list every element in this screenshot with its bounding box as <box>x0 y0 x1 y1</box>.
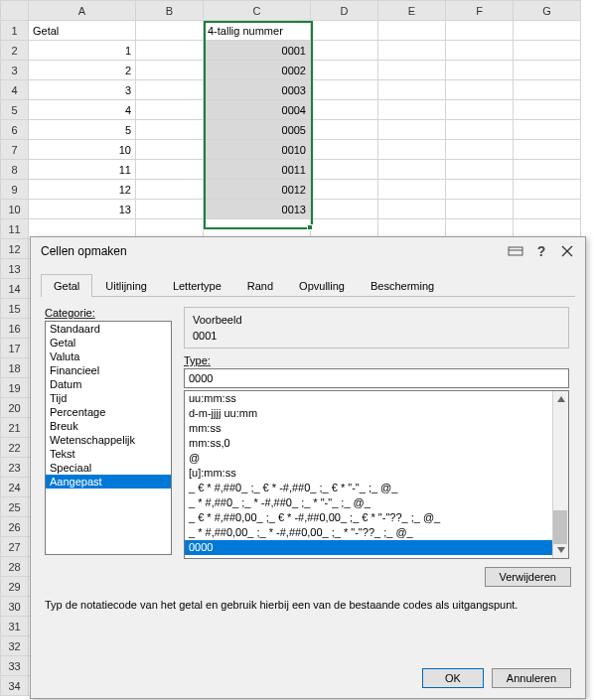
cell[interactable] <box>514 200 581 219</box>
format-item[interactable]: _ * #,##0,00_ ;_ * -#,##0,00_ ;_ * "-"??… <box>185 525 552 540</box>
cell[interactable]: 11 <box>29 160 136 180</box>
row-header[interactable]: 33 <box>1 656 29 676</box>
cell[interactable]: 0010 <box>204 140 311 160</box>
row-header[interactable]: 32 <box>1 636 29 656</box>
cell[interactable] <box>514 100 581 120</box>
cell[interactable] <box>311 200 378 219</box>
cell[interactable] <box>136 61 204 80</box>
cell[interactable] <box>311 61 378 80</box>
format-listbox[interactable]: uu:mm:ssd-m-jjjj uu:mmmm:ssmm:ss,0@[u]:m… <box>184 390 569 559</box>
cell[interactable] <box>136 21 204 41</box>
row-header[interactable]: 9 <box>1 180 29 200</box>
format-item[interactable]: mm:ss <box>185 421 552 436</box>
format-scrollbar[interactable] <box>552 391 568 558</box>
dialog-titlebar[interactable]: Cellen opmaken ? <box>31 237 585 265</box>
scroll-up-icon[interactable] <box>553 391 568 407</box>
row-header[interactable]: 14 <box>1 279 29 299</box>
cell[interactable] <box>446 140 514 160</box>
cell[interactable] <box>378 100 446 120</box>
cell[interactable] <box>311 80 378 100</box>
format-item[interactable]: uu:mm:ss <box>185 391 552 406</box>
category-item[interactable]: Breuk <box>46 419 171 433</box>
cell[interactable]: 0013 <box>204 200 311 219</box>
cell[interactable]: 0001 <box>204 41 311 61</box>
help-button[interactable]: ? <box>529 241 553 261</box>
cell[interactable] <box>446 80 514 100</box>
row-header[interactable]: 28 <box>1 557 29 577</box>
cancel-button[interactable]: Annuleren <box>492 668 571 688</box>
cell[interactable] <box>311 160 378 180</box>
cell[interactable]: 13 <box>29 200 136 219</box>
row-header[interactable]: 6 <box>1 120 29 140</box>
col-header-A[interactable]: A <box>29 1 136 21</box>
row-header[interactable]: 19 <box>1 378 29 398</box>
fill-handle[interactable] <box>307 224 313 230</box>
cell[interactable] <box>446 41 514 61</box>
cell[interactable] <box>378 200 446 219</box>
tab-rand[interactable]: Rand <box>234 274 286 297</box>
cell[interactable]: 0003 <box>204 80 311 100</box>
cell[interactable] <box>378 61 446 80</box>
category-item[interactable]: Valuta <box>46 350 171 363</box>
row-header[interactable]: 22 <box>1 438 29 458</box>
format-item[interactable]: [u]:mm:ss <box>185 466 552 481</box>
row-header[interactable]: 2 <box>1 41 29 61</box>
tab-bescherming[interactable]: Bescherming <box>358 274 447 297</box>
cell[interactable] <box>514 120 581 140</box>
cell[interactable]: 12 <box>29 180 136 200</box>
cell[interactable] <box>136 120 204 140</box>
cell[interactable]: 0011 <box>204 160 311 180</box>
cell[interactable] <box>378 160 446 180</box>
cell[interactable]: 3 <box>29 80 136 100</box>
cell[interactable] <box>514 80 581 100</box>
col-header-D[interactable]: D <box>311 1 378 21</box>
cell[interactable]: Getal <box>29 21 136 41</box>
category-item[interactable]: Getal <box>46 336 171 350</box>
format-item[interactable]: _ € * #,##0,00_ ;_ € * -#,##0,00_ ;_ € *… <box>185 510 552 525</box>
format-item[interactable]: 0000 <box>185 540 552 555</box>
row-header[interactable]: 11 <box>1 219 29 239</box>
format-item[interactable]: _ * #,##0_ ;_ * -#,##0_ ;_ * "-"_ ;_ @_ <box>185 495 552 510</box>
row-header[interactable]: 4 <box>1 80 29 100</box>
row-header[interactable]: 3 <box>1 61 29 80</box>
row-header[interactable]: 1 <box>1 21 29 41</box>
row-header[interactable]: 29 <box>1 577 29 597</box>
row-header[interactable]: 27 <box>1 537 29 557</box>
scroll-down-icon[interactable] <box>553 542 568 558</box>
cell[interactable] <box>446 180 514 200</box>
cell[interactable] <box>136 41 204 61</box>
cell[interactable] <box>136 160 204 180</box>
cell[interactable] <box>311 140 378 160</box>
cell[interactable] <box>136 100 204 120</box>
row-header[interactable]: 8 <box>1 160 29 180</box>
tab-uitlijning[interactable]: Uitlijning <box>92 274 160 297</box>
cell[interactable] <box>514 21 581 41</box>
close-button[interactable] <box>555 241 579 261</box>
cell[interactable] <box>514 160 581 180</box>
cell[interactable] <box>136 180 204 200</box>
col-header-E[interactable]: E <box>378 1 446 21</box>
cell[interactable]: 1 <box>29 41 136 61</box>
tab-lettertype[interactable]: Lettertype <box>160 274 234 297</box>
col-header-G[interactable]: G <box>514 1 581 21</box>
category-item[interactable]: Wetenschappelijk <box>46 433 171 447</box>
category-item[interactable]: Tekst <box>46 447 171 461</box>
row-header[interactable]: 20 <box>1 398 29 418</box>
row-header[interactable]: 13 <box>1 259 29 279</box>
format-item[interactable]: @ <box>185 451 552 466</box>
cell[interactable] <box>446 200 514 219</box>
cell[interactable]: 4-tallig nummer <box>204 21 311 41</box>
cell[interactable] <box>311 21 378 41</box>
category-item[interactable]: Tijd <box>46 391 171 405</box>
cell[interactable] <box>311 100 378 120</box>
scroll-thumb[interactable] <box>553 510 567 544</box>
category-item[interactable]: Aangepast <box>46 475 171 489</box>
format-item[interactable]: _ € * #,##0_ ;_ € * -#,##0_ ;_ € * "-"_ … <box>185 481 552 495</box>
row-header[interactable]: 7 <box>1 140 29 160</box>
type-input[interactable] <box>184 368 569 388</box>
select-all-corner[interactable] <box>1 1 29 21</box>
cell[interactable] <box>311 41 378 61</box>
cell[interactable]: 5 <box>29 120 136 140</box>
row-header[interactable]: 10 <box>1 200 29 219</box>
category-item[interactable]: Financieel <box>46 363 171 377</box>
